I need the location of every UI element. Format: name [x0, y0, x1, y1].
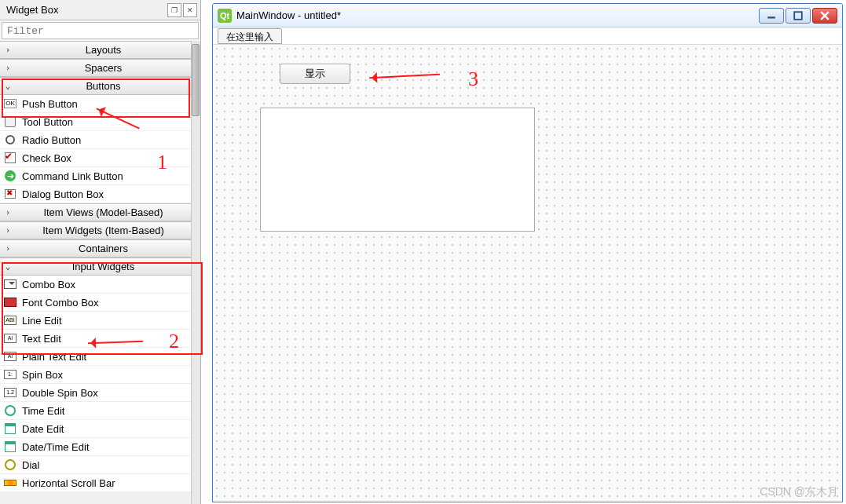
dock-close-button[interactable]: ✕: [183, 3, 197, 17]
widget-label: Command Link Button: [22, 170, 123, 182]
widget-time-edit[interactable]: Time Edit: [0, 402, 191, 420]
widget-label: Double Spin Box: [22, 387, 98, 399]
menu-placeholder[interactable]: 在这里输入: [218, 28, 282, 44]
font-combo-icon: [3, 296, 17, 309]
qt-logo-icon: Qt: [218, 9, 232, 23]
dock-title: Widget Box: [3, 4, 166, 16]
dock-float-button[interactable]: ❐: [167, 3, 181, 17]
category-label: Item Widgets (Item-Based): [16, 225, 191, 236]
watermark: CSDN @东木月: [760, 485, 838, 499]
category-label: Containers: [16, 243, 191, 254]
widget-label: Dialog Button Box: [22, 188, 104, 200]
widget-font-combo-box[interactable]: Font Combo Box: [0, 294, 191, 312]
widget-label: Line Edit: [22, 315, 62, 327]
chevron-down-icon: ⌄: [0, 81, 16, 91]
scrollbar-thumb[interactable]: [192, 44, 200, 116]
widget-date-edit[interactable]: Date Edit: [0, 420, 191, 438]
close-icon: [820, 11, 830, 20]
annotation-number-1: 1: [157, 151, 167, 174]
checkbox-icon: [3, 152, 17, 164]
line-edit-icon: ABI: [3, 314, 17, 327]
widget-label: Date Edit: [22, 423, 64, 435]
date-edit-icon: [3, 422, 17, 435]
widget-horizontal-scroll-bar[interactable]: Horizontal Scroll Bar: [0, 474, 191, 492]
category-item-widgets[interactable]: › Item Widgets (Item-Based): [0, 221, 191, 239]
push-button-widget[interactable]: 显示: [280, 64, 350, 84]
dial-icon: [3, 458, 17, 471]
annotation-number-3: 3: [468, 68, 478, 91]
widget-spin-box[interactable]: 1: Spin Box: [0, 366, 191, 384]
menu-bar[interactable]: 在这里输入: [213, 27, 842, 45]
category-label: Item Views (Model-Based): [16, 206, 191, 218]
maximize-button[interactable]: [786, 8, 811, 24]
widget-dialog-button-box[interactable]: Dialog Button Box: [0, 185, 191, 203]
widget-label: Push Button: [22, 98, 78, 110]
chevron-right-icon: ›: [0, 45, 16, 55]
push-button-icon: OK: [3, 97, 17, 110]
widget-dial[interactable]: Dial: [0, 456, 191, 474]
widget-double-spin-box[interactable]: 1.2 Double Spin Box: [0, 384, 191, 402]
widget-label: Combo Box: [22, 279, 75, 290]
scrollbar-track[interactable]: [191, 41, 200, 504]
chevron-right-icon: ›: [0, 207, 16, 217]
tool-button-icon: [3, 115, 17, 128]
minimize-icon: [767, 11, 776, 20]
annotation-number-2: 2: [169, 330, 179, 353]
text-edit-widget[interactable]: [260, 108, 535, 232]
dialog-box-icon: [3, 188, 17, 200]
widget-label: Text Edit: [22, 333, 61, 345]
category-buttons[interactable]: ⌄ Buttons: [0, 77, 191, 95]
spin-box-icon: 1:: [3, 368, 17, 381]
command-link-icon: ➔: [3, 170, 17, 182]
chevron-right-icon: ›: [0, 63, 16, 73]
category-input-widgets[interactable]: ⌄ Input Widgets: [0, 257, 191, 276]
close-button[interactable]: [812, 8, 837, 24]
time-edit-icon: [3, 404, 17, 417]
widget-label: Plain Text Edit: [22, 351, 86, 363]
designer-form-window: Qt MainWindow - untitled* 在这里输入 显示: [212, 3, 843, 502]
category-item-views[interactable]: › Item Views (Model-Based): [0, 203, 191, 221]
category-label: Spacers: [16, 62, 191, 74]
category-spacers[interactable]: › Spacers: [0, 59, 191, 77]
widget-box-dock: Widget Box ❐ ✕ Filter › Layouts › Spacer…: [0, 0, 201, 504]
category-containers[interactable]: › Containers: [0, 239, 191, 257]
window-title: MainWindow - untitled*: [236, 9, 759, 21]
category-label: Input Widgets: [16, 261, 191, 272]
category-label: Buttons: [16, 80, 191, 92]
widget-label: Radio Button: [22, 134, 81, 146]
double-spin-box-icon: 1.2: [3, 386, 17, 399]
widget-label: Horizontal Scroll Bar: [22, 477, 115, 489]
widget-combo-box[interactable]: Combo Box: [0, 276, 191, 294]
widget-label: Time Edit: [22, 405, 64, 417]
category-layouts[interactable]: › Layouts: [0, 41, 191, 59]
window-titlebar: Qt MainWindow - untitled*: [213, 4, 842, 27]
filter-input[interactable]: Filter: [2, 22, 199, 39]
widget-label: Tool Button: [22, 116, 73, 128]
widget-label: Check Box: [22, 152, 71, 164]
date-time-edit-icon: [3, 440, 17, 453]
chevron-down-icon: ⌄: [0, 261, 16, 272]
widget-plain-text-edit[interactable]: AI Plain Text Edit: [0, 348, 191, 366]
combo-box-icon: [3, 278, 17, 290]
form-canvas[interactable]: 显示: [213, 45, 842, 502]
plain-text-edit-icon: AI: [3, 350, 17, 363]
widget-label: Date/Time Edit: [22, 441, 90, 453]
widget-label: Spin Box: [22, 369, 63, 381]
widget-radio-button[interactable]: Radio Button: [0, 131, 191, 149]
chevron-right-icon: ›: [0, 225, 16, 236]
svg-rect-1: [794, 12, 802, 20]
category-label: Layouts: [16, 44, 191, 56]
radio-icon: [3, 133, 17, 146]
text-edit-icon: AI: [3, 332, 17, 345]
maximize-icon: [793, 11, 803, 20]
widget-line-edit[interactable]: ABI Line Edit: [0, 312, 191, 330]
dock-titlebar: Widget Box ❐ ✕: [0, 0, 200, 20]
widget-label: Font Combo Box: [22, 297, 99, 309]
h-scroll-bar-icon: [3, 477, 17, 489]
widget-tool-button[interactable]: Tool Button: [0, 113, 191, 131]
widget-label: Dial: [22, 459, 39, 471]
widget-date-time-edit[interactable]: Date/Time Edit: [0, 438, 191, 456]
minimize-button[interactable]: [759, 8, 784, 24]
chevron-right-icon: ›: [0, 243, 16, 254]
